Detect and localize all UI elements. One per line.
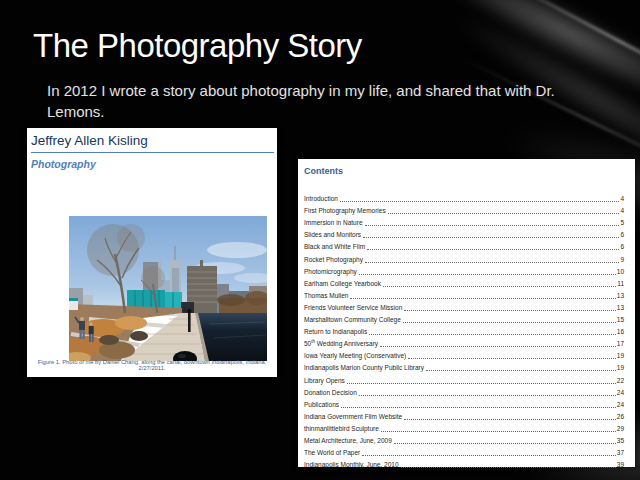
toc-entry-label: Iowa Yearly Meeting (Conservative) xyxy=(304,352,406,360)
toc-entry: Slides and Monitors6 xyxy=(304,227,624,239)
toc-dot-leader xyxy=(403,322,616,323)
toc-entry-page: 9 xyxy=(620,256,624,264)
toc-entry-label: Friends Volunteer Service Mission xyxy=(304,304,402,312)
toc-entry-label: Library Opens xyxy=(304,377,345,385)
toc-entry-page: 39 xyxy=(617,461,624,469)
toc-entry-label: 50th Wedding Anniversary xyxy=(304,338,378,348)
toc-entry-page: 15 xyxy=(617,316,624,324)
toc-dot-leader xyxy=(381,431,616,432)
toc-entry-page: 13 xyxy=(617,304,624,312)
slide-subtitle: In 2012 I wrote a story about photograph… xyxy=(47,80,572,122)
toc-entry-label: Slides and Monitors xyxy=(304,231,361,239)
toc-entry: The World of Paper37 xyxy=(304,445,624,457)
toc-entry: Indiana Government Film Website26 xyxy=(304,409,624,421)
slide-title: The Photography Story xyxy=(33,27,362,65)
contents-page-image: Contents Introduction4First Photography … xyxy=(298,159,635,467)
toc-dot-leader xyxy=(367,249,619,250)
story-page-image: Jeffrey Allen Kisling Photography xyxy=(27,128,277,377)
document-section-heading: Photography xyxy=(31,158,96,170)
toc-dot-leader xyxy=(350,298,615,299)
toc-entry: Indianapolis Marion County Public Librar… xyxy=(304,360,624,372)
toc-entry: Immersion in Nature5 xyxy=(304,215,624,227)
toc-entry-label: Indianapolis Monthly, June, 2010 xyxy=(304,461,399,469)
toc-entry-label: Indianapolis Marion County Public Librar… xyxy=(304,364,424,372)
toc-dot-leader xyxy=(404,419,616,420)
toc-entry: Donation Decision24 xyxy=(304,385,624,397)
toc-dot-leader xyxy=(369,334,616,335)
toc-dot-leader xyxy=(341,407,616,408)
toc-entry: Thomas Mullen13 xyxy=(304,288,624,300)
toc-entry-label: The World of Paper xyxy=(304,449,360,457)
toc-entry-label: Photomicrography xyxy=(304,268,357,276)
toc-dot-leader xyxy=(359,395,616,396)
toc-entry: 50th Wedding Anniversary17 xyxy=(304,336,624,348)
toc-dot-leader xyxy=(359,274,616,275)
canal-photo-illustration xyxy=(69,216,267,361)
toc-entry-page: 29 xyxy=(617,425,624,433)
toc-entry: Iowa Yearly Meeting (Conservative)19 xyxy=(304,348,624,360)
figure-caption: Figure 1. Photo of me by Daniel Chang, a… xyxy=(27,359,277,371)
toc-dot-leader xyxy=(380,346,616,347)
toc-dot-leader xyxy=(362,455,616,456)
toc-entry: Marshalltown Community College15 xyxy=(304,312,624,324)
toc-entry-label: Rocket Photography xyxy=(304,256,363,264)
toc-dot-leader xyxy=(388,213,620,214)
canal-photo xyxy=(69,216,267,361)
toc-entry-page: 6 xyxy=(620,231,624,239)
toc-entry: Earlham College Yearbook11 xyxy=(304,276,624,288)
toc-entry-page: 6 xyxy=(620,243,624,251)
toc-entry-page: 10 xyxy=(617,268,624,276)
toc-entry-page: 35 xyxy=(617,437,624,445)
toc-entry-page: 19 xyxy=(617,352,624,360)
toc-entry: thinmanlittlebird Sculpture29 xyxy=(304,421,624,433)
toc-entry-label: Donation Decision xyxy=(304,389,357,397)
toc-entry: Rocket Photography9 xyxy=(304,251,624,263)
toc-dot-leader xyxy=(401,467,616,468)
toc-entry-page: 24 xyxy=(617,389,624,397)
toc-entry-label: Return to Indianapolis xyxy=(304,328,367,336)
toc-entry: Indianapolis Monthly, June, 201039 xyxy=(304,457,624,469)
toc-dot-leader xyxy=(363,237,619,238)
toc-entry-label: Immersion in Nature xyxy=(304,219,363,227)
toc-entry-label: Publications xyxy=(304,401,339,409)
toc-entry: Return to Indianapolis16 xyxy=(304,324,624,336)
toc-entry-page: 5 xyxy=(620,219,624,227)
toc-entry-label: Earlham College Yearbook xyxy=(304,280,381,288)
toc-entry: First Photography Memories4 xyxy=(304,203,624,215)
toc-dot-leader xyxy=(365,225,620,226)
toc-entry: Black and White Film6 xyxy=(304,239,624,251)
contents-heading: Contents xyxy=(304,166,343,176)
presentation-slide: The Photography Story In 2012 I wrote a … xyxy=(0,0,640,480)
toc-entry-label: Black and White Film xyxy=(304,243,365,251)
toc-entry: Photomicrography10 xyxy=(304,264,624,276)
toc-entry-label: thinmanlittlebird Sculpture xyxy=(304,425,379,433)
toc-entry-page: 37 xyxy=(617,449,624,457)
toc-entry: Friends Volunteer Service Mission13 xyxy=(304,300,624,312)
toc-entry-page: 13 xyxy=(617,292,624,300)
toc-entry-page: 26 xyxy=(617,413,624,421)
toc-entry-label: Indiana Government Film Website xyxy=(304,413,402,421)
toc-dot-leader xyxy=(365,262,619,263)
toc-entry-label: First Photography Memories xyxy=(304,207,386,215)
toc-entry-page: 22 xyxy=(617,377,624,385)
toc-dot-leader xyxy=(347,383,616,384)
document-author-heading: Jeffrey Allen Kisling xyxy=(31,133,274,153)
toc-dot-leader xyxy=(340,201,619,202)
toc-entry: Metal Architecture, June, 200935 xyxy=(304,433,624,445)
toc-entry-label: Metal Architecture, June, 2009 xyxy=(304,437,392,445)
toc-entry: Publications24 xyxy=(304,397,624,409)
toc-entry-page: 19 xyxy=(617,364,624,372)
toc-entry: Introduction4 xyxy=(304,191,624,203)
toc-dot-leader xyxy=(394,443,616,444)
toc-entry-label: Marshalltown Community College xyxy=(304,316,401,324)
toc-entry-page: 4 xyxy=(620,195,624,203)
toc-dot-leader xyxy=(426,370,616,371)
toc-entry-label: Thomas Mullen xyxy=(304,292,348,300)
toc-entry-page: 24 xyxy=(617,401,624,409)
toc-entry: Library Opens22 xyxy=(304,372,624,384)
toc-entry-label: Introduction xyxy=(304,195,338,203)
toc-dot-leader xyxy=(404,310,616,311)
toc-entry-page: 4 xyxy=(620,207,624,215)
toc-entry-page: 16 xyxy=(617,328,624,336)
toc-list: Introduction4First Photography Memories4… xyxy=(304,191,624,469)
